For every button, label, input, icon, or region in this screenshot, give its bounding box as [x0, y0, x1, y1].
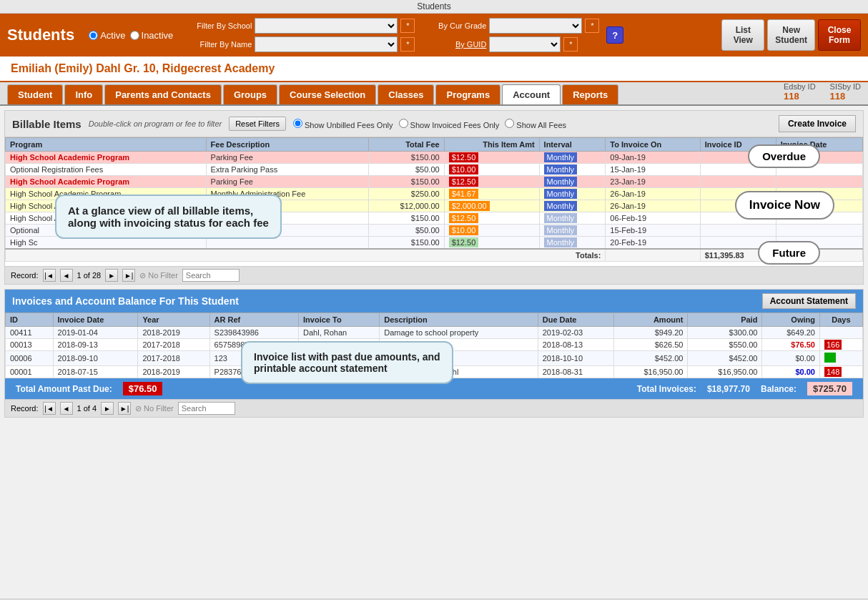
- total-invoices-label: Total Invoices:: [637, 384, 696, 394]
- inv-cell-invoice-to: Dahl, Rohan: [299, 351, 380, 366]
- filter-radio-options: Show Unbilled Fees Only Show Invoiced Fe…: [293, 119, 566, 129]
- active-radio[interactable]: [89, 31, 98, 40]
- show-invoiced-label[interactable]: Show Invoiced Fees Only: [399, 119, 500, 129]
- cell-program: High School Academic Program: [6, 152, 207, 164]
- show-unbilled-radio[interactable]: [293, 119, 302, 128]
- filter-name-select[interactable]: [255, 36, 398, 52]
- nav-prev-btn[interactable]: ◄: [60, 269, 73, 282]
- col-interval: Interval: [539, 138, 606, 152]
- by-cur-grade-btn[interactable]: *: [585, 19, 599, 33]
- invoice-row[interactable]: 00411 2019-01-04 2018-2019 S239843986 Da…: [6, 327, 863, 339]
- list-view-button[interactable]: List View: [721, 19, 764, 51]
- tab-account[interactable]: Account: [502, 84, 561, 104]
- cell-fee: Core Tuition: [206, 200, 368, 212]
- account-statement-button[interactable]: Account Statement: [762, 293, 856, 309]
- total-past-due-value: $76.50: [123, 382, 163, 395]
- inv-col-due-date: Due Date: [538, 313, 613, 327]
- create-invoice-button[interactable]: Create Invoice: [779, 115, 856, 132]
- billable-row[interactable]: High School Academic Program Parking Fee…: [6, 152, 863, 164]
- close-form-button[interactable]: Close Form: [818, 19, 861, 51]
- col-program: Program: [6, 138, 207, 152]
- billable-row[interactable]: Optional Registration Fees Extra Parking…: [6, 164, 863, 176]
- show-invoiced-radio[interactable]: [399, 119, 408, 128]
- invoice-search-input[interactable]: [178, 402, 235, 415]
- inactive-radio-label[interactable]: Inactive: [130, 30, 174, 41]
- invoice-row[interactable]: 00013 2018-09-13 2017-2018 65758987 Dahl…: [6, 339, 863, 351]
- inv-cell-due-date: 2019-02-03: [538, 327, 613, 339]
- billable-row[interactable]: Optional $50.00 $10.00 Monthly 15-Feb-19: [6, 225, 863, 237]
- filter-school-btn[interactable]: *: [400, 19, 415, 33]
- inv-cell-amount: $949.20: [613, 327, 688, 339]
- inv-nav-first-btn[interactable]: |◄: [43, 402, 56, 415]
- cell-invoice-id: [700, 225, 776, 237]
- billable-row[interactable]: High School Academic Program $150.00 $12…: [6, 212, 863, 225]
- cell-program: Optional: [6, 225, 207, 237]
- inv-cell-year: 2017-2018: [138, 339, 209, 351]
- tab-info[interactable]: Info: [64, 84, 103, 104]
- filter-school-select[interactable]: [255, 18, 398, 34]
- inv-col-paid: Paid: [688, 313, 762, 327]
- cell-fee: Parking Fee: [206, 152, 368, 164]
- cell-total-fee: $150.00: [368, 237, 444, 250]
- help-button[interactable]: ?: [606, 26, 623, 44]
- billable-hint: Double-click on program or fee to filter: [89, 119, 222, 128]
- billable-table-scroll[interactable]: Program Fee Description Total Fee This I…: [5, 137, 863, 266]
- cell-fee: Parking Fee: [206, 176, 368, 188]
- total-past-due-label: Total Amount Past Due:: [16, 384, 112, 394]
- tab-programs[interactable]: Programs: [435, 84, 500, 104]
- tab-student[interactable]: Student: [7, 84, 63, 104]
- show-all-radio[interactable]: [505, 119, 514, 128]
- tab-classes[interactable]: Classes: [378, 84, 434, 104]
- inv-cell-year: 2018-2019: [138, 327, 209, 339]
- by-guid-select[interactable]: [489, 36, 561, 52]
- filter-name-label: Filter By Name: [187, 40, 252, 49]
- col-to-invoice-on: To Invoice On: [606, 138, 700, 152]
- cell-program: Optional Registration Fees: [6, 164, 207, 176]
- col-fee-description: Fee Description: [206, 138, 368, 152]
- inactive-radio[interactable]: [130, 31, 139, 40]
- cell-program: High School Academic Program: [6, 212, 207, 225]
- cell-fee: [206, 225, 368, 237]
- tab-groups[interactable]: Groups: [223, 84, 277, 104]
- billable-search-input[interactable]: [182, 269, 240, 282]
- cell-total-fee: $250.00: [368, 188, 444, 200]
- show-all-label[interactable]: Show All Fees: [505, 119, 566, 129]
- nav-next-btn[interactable]: ►: [105, 269, 118, 282]
- billable-row[interactable]: High School Academic Program Core Tuitio…: [6, 200, 863, 212]
- tab-reports[interactable]: Reports: [562, 84, 618, 104]
- inv-nav-last-btn[interactable]: ►|: [118, 402, 131, 415]
- billable-row[interactable]: High School Academic Program Parking Fee…: [6, 176, 863, 188]
- nav-first-btn[interactable]: |◄: [43, 269, 56, 282]
- reset-filters-button[interactable]: Reset Filters: [229, 117, 286, 131]
- active-radio-label[interactable]: Active: [89, 30, 125, 41]
- tab-parents-contacts[interactable]: Parents and Contacts: [104, 84, 222, 104]
- edsby-id-section: Edsby ID 118 SISby ID 118: [784, 82, 861, 104]
- filter-name-btn[interactable]: *: [400, 37, 415, 51]
- cell-total-fee: $150.00: [368, 212, 444, 225]
- by-guid-btn[interactable]: *: [563, 37, 578, 51]
- invoice-row[interactable]: 00006 2018-09-10 2017-2018 123 Dahl, Roh…: [6, 351, 863, 366]
- inv-cell-owing: $0.00: [762, 366, 820, 378]
- billable-header: Billable Items Double-click on program o…: [5, 111, 863, 137]
- billable-section: Billable Items Double-click on program o…: [4, 110, 864, 285]
- billable-row[interactable]: High School Academic Program Monthly Adm…: [6, 188, 863, 200]
- nav-last-btn[interactable]: ►|: [122, 269, 135, 282]
- show-unbilled-label[interactable]: Show Unbilled Fees Only: [293, 119, 393, 129]
- main-content: Billable Items Double-click on program o…: [0, 106, 868, 599]
- inv-nav-prev-btn[interactable]: ◄: [60, 402, 73, 415]
- billable-row[interactable]: High Sc $150.00 $12.50 Monthly 20-Feb-19: [6, 237, 863, 250]
- tab-course-selection[interactable]: Course Selection: [279, 84, 376, 104]
- inv-cell-due-date: 2018-08-31: [538, 366, 613, 378]
- edsby-id-value: 118: [784, 91, 799, 102]
- invoice-row[interactable]: 00001 2018-07-15 2018-2019 P2837692837 D…: [6, 366, 863, 378]
- cell-interval: Monthly: [539, 176, 606, 188]
- invoice-now-bubble: Invoice Now: [735, 191, 834, 220]
- by-cur-grade-select[interactable]: [489, 18, 582, 34]
- inv-nav-next-btn[interactable]: ►: [101, 402, 114, 415]
- inv-no-filter-label: ⊘ No Filter: [135, 404, 174, 413]
- inv-cell-arref: 65758987: [209, 339, 298, 351]
- new-student-button[interactable]: New Student: [767, 19, 815, 51]
- inv-cell-amount: $626.50: [613, 339, 688, 351]
- inv-cell-id: 00411: [6, 327, 54, 339]
- inv-col-year: Year: [138, 313, 209, 327]
